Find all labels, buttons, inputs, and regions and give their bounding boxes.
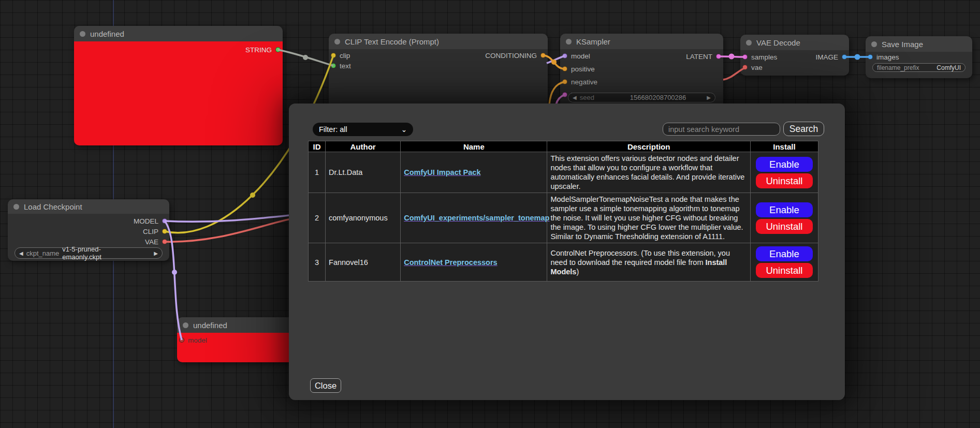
link-dot-icon	[303, 55, 308, 60]
uninstall-button[interactable]: Uninstall	[756, 173, 813, 188]
port-vae-output[interactable]: VAE	[145, 238, 167, 246]
port-latent-output[interactable]: LATENT	[686, 52, 721, 61]
node-body: images filename_prefix ComfyUI	[866, 52, 972, 78]
decrement-arrow-icon[interactable]: ◀	[573, 95, 577, 100]
node-title-bar[interactable]: undefined	[177, 317, 301, 333]
positive-port-dot-icon[interactable]	[562, 66, 567, 71]
extension-link[interactable]: ComfyUI Impact Pack	[404, 168, 480, 176]
port-label: positive	[571, 65, 595, 73]
uninstall-button[interactable]: Uninstall	[756, 263, 813, 278]
node-collapse-dot[interactable]	[871, 41, 877, 47]
cell-author: Fannovel16	[326, 243, 401, 282]
port-text-input[interactable]: text	[331, 62, 351, 70]
vae-port-dot-icon[interactable]	[162, 239, 167, 244]
port-label: model	[571, 52, 590, 60]
port-label: samples	[751, 53, 777, 61]
node-undefined-bottom[interactable]: undefined model	[177, 317, 301, 362]
enable-button[interactable]: Enable	[756, 202, 813, 217]
port-images-input[interactable]: images	[868, 53, 899, 61]
model-port-dot-icon[interactable]	[179, 337, 184, 343]
node-collapse-dot[interactable]	[746, 40, 752, 46]
node-title-bar[interactable]: CLIP Text Encode (Prompt)	[329, 34, 548, 49]
header-name: Name	[401, 141, 547, 152]
port-label: negative	[571, 78, 597, 86]
node-ksampler[interactable]: KSampler model positive negative latent_…	[560, 34, 723, 109]
enable-button[interactable]: Enable	[756, 246, 813, 261]
string-port-dot-icon[interactable]	[275, 47, 281, 52]
latent-port-dot-icon[interactable]	[716, 54, 721, 59]
port-image-output[interactable]: IMAGE	[815, 53, 847, 61]
vae-port-dot-icon[interactable]	[742, 65, 748, 70]
port-negative-input[interactable]: negative	[562, 78, 597, 86]
latent-image-port-dot-icon[interactable]	[562, 92, 567, 97]
seed-value: 156680208700286	[630, 94, 686, 101]
next-arrow-icon[interactable]: ▶	[154, 250, 158, 256]
widget-label: ckpt_name	[26, 249, 60, 257]
table-row: 2 comfyanonymous ComfyUI_experiments/sam…	[309, 193, 818, 243]
wire-string-to-text	[278, 50, 333, 66]
node-save-image[interactable]: Save Image images filename_prefix ComfyU…	[866, 36, 972, 78]
port-label: text	[340, 62, 351, 70]
node-vae-decode[interactable]: VAE Decode samples vae IMAGE	[740, 35, 849, 76]
port-clip-input[interactable]: clip	[331, 51, 350, 60]
port-positive-input[interactable]: positive	[562, 65, 595, 73]
extension-link[interactable]: ComfyUI_experiments/sampler_tonemap	[404, 214, 549, 222]
port-conditioning-output[interactable]: CONDITIONING	[485, 51, 546, 60]
cell-name: ControlNet Preprocessors	[401, 243, 547, 282]
cell-id: 3	[309, 243, 326, 282]
node-undefined-top[interactable]: undefined STRING	[74, 26, 283, 145]
port-model-output[interactable]: MODEL	[134, 217, 167, 225]
extension-link[interactable]: ControlNet Preprocessors	[404, 258, 498, 267]
filter-selected-value: Filter: all	[319, 125, 347, 134]
seed-widget[interactable]: ◀ seed 156680208700286 ▶	[568, 93, 715, 102]
node-body: model	[177, 333, 301, 362]
conditioning-port-dot-icon[interactable]	[540, 53, 546, 58]
uninstall-button[interactable]: Uninstall	[756, 219, 813, 234]
node-title-bar[interactable]: undefined	[74, 26, 283, 41]
enable-button[interactable]: Enable	[756, 157, 813, 172]
filter-select[interactable]: Filter: all ⌄	[313, 123, 413, 136]
node-collapse-dot[interactable]	[13, 204, 19, 210]
search-input[interactable]	[663, 123, 780, 136]
port-label: STRING	[245, 46, 272, 54]
ckpt-name-widget[interactable]: ◀ ckpt_name v1-5-pruned-emaonly.ckpt ▶	[14, 247, 163, 259]
port-samples-input[interactable]: samples	[742, 53, 777, 61]
port-label: vae	[751, 64, 763, 71]
node-collapse-dot[interactable]	[80, 31, 85, 37]
samples-port-dot-icon[interactable]	[742, 54, 748, 60]
clip-port-dot-icon[interactable]	[162, 229, 167, 234]
port-label: VAE	[145, 238, 158, 246]
node-collapse-dot[interactable]	[566, 39, 572, 45]
model-port-dot-icon[interactable]	[162, 218, 167, 224]
port-clip-output[interactable]: CLIP	[143, 227, 167, 235]
port-vae-input[interactable]: vae	[742, 63, 763, 71]
model-port-dot-icon[interactable]	[562, 53, 567, 58]
node-title-bar[interactable]: VAE Decode	[740, 35, 849, 50]
port-model-input[interactable]: model	[179, 336, 207, 344]
close-button[interactable]: Close	[310, 378, 341, 393]
node-title-bar[interactable]: Save Image	[866, 36, 972, 52]
custom-nodes-manager-dialog: Filter: all ⌄ Search ID Author Name Desc…	[289, 104, 845, 400]
port-label: CLIP	[143, 228, 158, 235]
node-collapse-dot[interactable]	[183, 322, 188, 328]
link-dot-icon	[729, 54, 735, 60]
node-title: Load Checkpoint	[24, 202, 82, 211]
prev-arrow-icon[interactable]: ◀	[19, 250, 23, 256]
clip-port-dot-icon[interactable]	[331, 53, 336, 58]
port-label: CONDITIONING	[485, 52, 537, 60]
filename-prefix-widget[interactable]: filename_prefix ComfyUI	[872, 63, 966, 72]
node-collapse-dot[interactable]	[334, 39, 340, 45]
search-button[interactable]: Search	[783, 122, 824, 136]
node-title-bar[interactable]: KSampler	[560, 34, 723, 49]
images-port-dot-icon[interactable]	[868, 54, 873, 60]
cell-name: ComfyUI_experiments/sampler_tonemap	[401, 193, 547, 243]
cell-author: Dr.Lt.Data	[326, 152, 401, 193]
text-port-dot-icon[interactable]	[331, 63, 336, 68]
negative-port-dot-icon[interactable]	[562, 79, 567, 84]
node-load-checkpoint[interactable]: Load Checkpoint MODEL CLIP VAE ◀ ckpt_na…	[8, 199, 169, 261]
port-string-output[interactable]: STRING	[245, 46, 281, 54]
image-port-dot-icon[interactable]	[842, 54, 847, 60]
port-model-input[interactable]: model	[562, 52, 590, 60]
node-title-bar[interactable]: Load Checkpoint	[8, 199, 169, 214]
increment-arrow-icon[interactable]: ▶	[707, 95, 711, 100]
